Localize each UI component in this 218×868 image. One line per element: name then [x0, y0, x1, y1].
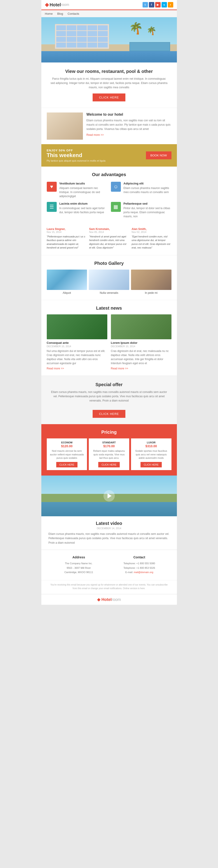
news-section: Latest news Consequat ante DECEMBER 10, … — [41, 300, 177, 375]
news-grid: Consequat ante DECEMBER 10, 2014 Nul uma… — [47, 314, 172, 370]
footer-contact-heading: Contact — [109, 555, 170, 559]
advantage-title-4: Pellantesque sed — [123, 202, 172, 205]
footer-info: Address The Company Name Inc. 9563 - 369… — [41, 550, 177, 580]
youtube-icon[interactable]: ▶ — [155, 2, 160, 7]
special-offer-body: Etiam cursus pharetra mauris, non sagitt… — [50, 390, 168, 403]
logo-sub: room — [61, 3, 69, 7]
advantage-content-3: Lacinia enim dictum In commodoguac sed l… — [60, 202, 107, 214]
testimonial-name-3: Alan Smith, — [132, 227, 172, 230]
testimonial-date-2: Nov 05, 2014 — [89, 230, 129, 234]
footer-logo-icon: ◆ — [97, 597, 100, 602]
pricing-heading: Pricing — [47, 430, 172, 435]
skype-icon[interactable]: s — [161, 2, 167, 7]
testimonial-quote-2: "Hendrerit ut amet gravel est aget hendr… — [89, 235, 129, 250]
twitter-icon[interactable]: t — [143, 2, 148, 7]
nav-home[interactable]: Home — [45, 12, 53, 16]
gallery-item-2: Nulla venenatis — [89, 270, 129, 294]
pricing-type-standart: STANDART — [92, 441, 126, 444]
testimonial-date-1: Nov 15, 2014 — [47, 230, 86, 234]
advantage-title-2: Adipiscing elit — [123, 182, 172, 185]
pricing-cta-luxor[interactable]: CLICK HERE — [141, 462, 162, 467]
footer-email-link[interactable]: mail@domain.org — [134, 571, 153, 574]
pricing-section: Pricing ECONOM $120.00 Nod mauris ulcros… — [41, 424, 177, 475]
view-rooms-cta-button[interactable]: CLICK HERE — [93, 93, 125, 101]
gallery-thumb-1 — [47, 270, 87, 290]
welcome-read-more-link[interactable]: Read more >> — [86, 133, 104, 136]
advantage-text-3: Pintor dui, tempor id dolor sed la cliba… — [123, 206, 172, 218]
news-thumb-1 — [47, 314, 107, 339]
book-now-button[interactable]: BOOK NOW — [146, 151, 172, 159]
gallery-label-1: Aliquot — [47, 291, 87, 294]
welcome-image — [47, 113, 83, 140]
rss-icon[interactable]: r — [168, 2, 173, 7]
news-read-more-2[interactable]: Read more >> — [111, 367, 128, 370]
navigation: Home Blog Contacts — [41, 10, 177, 17]
video-content: Latest video DECEMBER 14, 2014 Etiam cur… — [41, 516, 177, 550]
footer-street: 9563 - 3697 Mill River — [67, 566, 91, 569]
hero-image: 🌴 🌴 — [41, 17, 177, 62]
view-rooms-body: Parco fringilla luctus quis in mi. Aliqu… — [50, 77, 168, 90]
play-triangle-icon — [108, 493, 112, 498]
gallery-heading: Photo Gallery — [47, 261, 172, 266]
facebook-icon[interactable]: f — [149, 2, 154, 7]
advantage-text-2: Etiam cursus pharetra mauron sagittis me… — [123, 186, 172, 194]
news-thumb-2 — [111, 314, 172, 339]
footer-company: The Company Name Inc. — [65, 562, 93, 565]
welcome-content: Welcome to our hotel Etiam cursus pharet… — [86, 113, 172, 137]
footer-logo-main: Hotel — [102, 597, 112, 602]
testimonials-section: Laura Stegner, Nov 15, 2014 "Pellentesqu… — [41, 224, 177, 255]
special-offer-cta-button[interactable]: CLICK HERE — [93, 410, 125, 418]
special-offer-section: Special offer Etiam cursus pharetra maur… — [41, 376, 177, 424]
palm-tree-icon: 🌴 — [129, 22, 143, 35]
testimonial-date-3: Nov 02, 2014 — [132, 230, 172, 234]
welcome-body: Etiam cursus pharetra mauris, non sagitt… — [86, 118, 172, 131]
news-read-more-1[interactable]: Read more >> — [47, 367, 64, 370]
testimonial-3: Alan Smith, Nov 02, 2014 "Eget hendrerit… — [132, 227, 172, 250]
video-heading: Latest video — [48, 521, 170, 526]
news-text-2: Cras dignissim dui et erat, nec malesuad… — [111, 349, 172, 365]
testimonials-grid: Laura Stegner, Nov 15, 2014 "Pellentesqu… — [47, 227, 172, 250]
advantages-heading: Our advantages — [47, 172, 172, 177]
special-offer-heading: Special offer — [50, 382, 168, 387]
smile-icon: ☺ — [111, 182, 121, 192]
gallery-item-3: In pede mi — [131, 270, 172, 294]
footer-address-heading: Address — [48, 555, 109, 559]
footer-email-label: E-mail: — [125, 571, 133, 574]
nav-contacts[interactable]: Contacts — [68, 12, 79, 16]
gallery-label-3: In pede mi — [131, 291, 172, 294]
news-title-1: Consequat ante — [47, 341, 107, 344]
testimonial-name-2: Sam Kromstain, — [89, 227, 129, 230]
pricing-cta-standart[interactable]: CLICK HERE — [98, 462, 119, 467]
disclaimer: You're receiving this email because you … — [41, 580, 177, 594]
gallery-grid: Aliquot Nulla venenatis In pede mi — [47, 270, 172, 294]
promo-banner: ENJOY 50% OFF This weekend Ply lantice q… — [41, 144, 177, 166]
video-bg — [41, 475, 177, 516]
testimonial-quote-3: "Eget hendrerit condim eum, nisl uma dig… — [132, 235, 172, 250]
testimonial-2: Sam Kromstain, Nov 05, 2014 "Hendrerit u… — [89, 227, 129, 250]
pricing-cta-econom[interactable]: CLICK HERE — [56, 462, 77, 467]
news-date-2: DECEMBER 10, 2014 — [111, 345, 172, 348]
advantage-item-1: ♥ Vestibulum iaculis Aliquam consequat l… — [47, 182, 107, 198]
view-rooms-section: View our rooms, restaurant, pool & other… — [41, 62, 177, 108]
pricing-type-econom: ECONOM — [49, 441, 84, 444]
advantage-content-1: Vestibulum iaculis Aliquam consequat lao… — [60, 182, 107, 198]
book-icon: ☰ — [47, 202, 57, 212]
social-icons-group: t f ▶ s r — [143, 2, 173, 7]
promo-text: ENJOY 50% OFF This weekend Ply lantice q… — [47, 149, 106, 162]
footer-contact: Contact Telephone: +1 800 555 5080 Telep… — [109, 555, 170, 575]
video-section: Latest video DECEMBER 14, 2014 Etiam cur… — [41, 475, 177, 550]
news-title-2: Lorem Ipsum dolor — [111, 341, 172, 344]
advantage-text-3: In commodoguac sed lacio aget tortor dui… — [60, 206, 107, 214]
footer-address: Address The Company Name Inc. 9563 - 369… — [48, 555, 109, 575]
nav-blog[interactable]: Blog — [57, 12, 63, 16]
logo-main: Hotel — [50, 2, 61, 7]
palm-tree-icon-2: 🌴 — [147, 26, 156, 35]
video-text: Etiam cursus pharetra mauris, non sagitt… — [48, 532, 170, 545]
play-button[interactable] — [104, 490, 115, 502]
view-rooms-heading: View our rooms, restaurant, pool & other — [50, 69, 168, 74]
promo-sub: Ply lantice quis aliquet quis euismod in… — [47, 159, 106, 162]
advantage-item-4: ▦ Pellantesque sed Pintor dui, tempor id… — [111, 202, 172, 218]
news-date-1: DECEMBER 10, 2014 — [47, 345, 107, 348]
disclaimer-text: You're receiving this email because you … — [50, 584, 168, 590]
footer-logo: ◆ Hotelroom — [41, 594, 177, 605]
